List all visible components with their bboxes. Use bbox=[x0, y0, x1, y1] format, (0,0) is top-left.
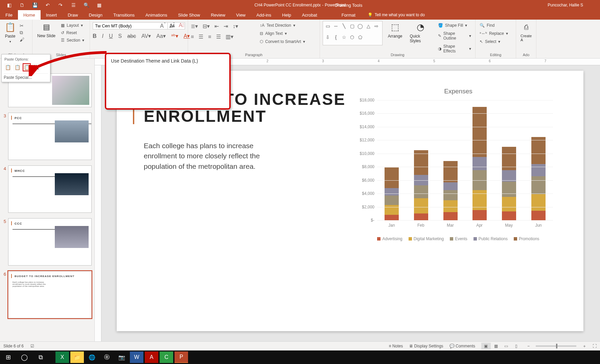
shape-callout-icon[interactable]: ⬠ bbox=[357, 34, 364, 41]
qat-slideshow-icon[interactable]: ▦ bbox=[93, 0, 106, 10]
zoom-slider[interactable] bbox=[536, 345, 576, 347]
copy-icon[interactable]: ⧉ bbox=[20, 30, 24, 36]
section-button[interactable]: ☰Section ▾ bbox=[60, 37, 86, 43]
line-spacing-button[interactable]: ↕▾ bbox=[233, 23, 238, 29]
paste-option-theme-icon[interactable]: 📋 bbox=[4, 63, 12, 71]
user-name[interactable]: Puncochar, Hallie S bbox=[548, 3, 583, 7]
indent-inc-button[interactable]: ⇥ bbox=[224, 23, 228, 29]
slide-thumb[interactable]: MHCC ▬▬▬▬▬▬▬▬▬▬▬▬▬▬▬▬▬▬▬▬▬▬▬▬▬▬▬▬▬▬▬▬▬▬▬ bbox=[8, 165, 92, 213]
align-right-button[interactable]: ≡ bbox=[208, 34, 211, 40]
clear-format-button[interactable]: A⃠ bbox=[179, 22, 184, 28]
start-button[interactable]: ⊞ bbox=[0, 350, 16, 364]
justify-button[interactable]: ☰ bbox=[216, 33, 221, 40]
text-direction-button[interactable]: ↕AText Direction ▾ bbox=[258, 22, 306, 28]
qat-undo-icon[interactable]: ↶ bbox=[41, 0, 54, 10]
font-name-input[interactable]: Tw Cen MT (Body) bbox=[93, 23, 167, 29]
tab-addins[interactable]: Add-ins bbox=[251, 10, 277, 20]
slide-thumbnails-panel[interactable]: ▬▬▬▬▬▬▬▬▬▬▬▬ 3 PCC ▬▬▬▬▬▬▬▬▬▬▬▬▬▬▬▬▬▬▬▬▬… bbox=[0, 59, 95, 341]
align-text-button[interactable]: ⊟Align Text ▾ bbox=[258, 30, 306, 37]
tab-home[interactable]: Home bbox=[18, 10, 41, 20]
qat-new-icon[interactable]: 🗋 bbox=[16, 0, 28, 10]
numbering-button[interactable]: ⊟▾ bbox=[203, 23, 210, 29]
replace-button[interactable]: ᵃ↔ᵇReplace ▾ bbox=[478, 30, 513, 37]
task-view-button[interactable]: ⧉ bbox=[32, 350, 49, 364]
underline-button[interactable]: U bbox=[109, 33, 113, 39]
tab-transitions[interactable]: Transitions bbox=[108, 10, 140, 20]
strike-button[interactable]: abc bbox=[127, 33, 136, 39]
indent-dec-button[interactable]: ⇤ bbox=[214, 23, 219, 29]
slide-canvas[interactable]: BUDGET TO INCREASE ENROLLMENT Each colle… bbox=[117, 71, 583, 331]
tab-design[interactable]: Design bbox=[84, 10, 108, 20]
notes-button[interactable]: ≡ Notes bbox=[389, 344, 403, 348]
layout-button[interactable]: ▦Layout ▾ bbox=[60, 22, 86, 28]
qat-preview-icon[interactable]: 🔍 bbox=[80, 0, 93, 10]
shape-oval-icon[interactable]: ◯ bbox=[357, 23, 364, 29]
bold-button[interactable]: B bbox=[93, 33, 97, 39]
taskbar-camera[interactable]: 📷 bbox=[115, 351, 129, 363]
paste-option-picture-icon[interactable]: 🖼 bbox=[32, 63, 40, 71]
tab-animations[interactable]: Animations bbox=[140, 10, 172, 20]
bullets-button[interactable]: ≣▾ bbox=[191, 23, 198, 29]
display-settings-button[interactable]: 🖥 Display Settings bbox=[409, 344, 443, 348]
reset-button[interactable]: ↺Reset bbox=[60, 30, 86, 36]
arrange-button[interactable]: ⬚Arrange bbox=[386, 21, 405, 39]
shape-line2-icon[interactable]: ╲ bbox=[341, 23, 347, 29]
grow-font-button[interactable]: A˄ bbox=[160, 22, 166, 29]
change-case-button[interactable]: Aa▾ bbox=[156, 33, 166, 39]
thumbnail-row[interactable]: 4 MHCC ▬▬▬▬▬▬▬▬▬▬▬▬▬▬▬▬▬▬▬▬▬▬▬▬▬▬▬▬▬▬▬▬▬… bbox=[1, 165, 92, 213]
taskbar-powerpoint[interactable]: P bbox=[175, 351, 188, 363]
zoom-in-button[interactable]: ＋ bbox=[582, 343, 586, 349]
align-left-button[interactable]: ≡ bbox=[191, 34, 194, 40]
shadow-button[interactable]: S bbox=[118, 33, 122, 39]
shape-tri-icon[interactable]: △ bbox=[365, 23, 372, 29]
shape-rect-icon[interactable]: ▭ bbox=[324, 23, 331, 29]
spell-check-icon[interactable]: ☑ bbox=[30, 344, 34, 348]
fit-to-window-button[interactable]: ⛶ bbox=[593, 344, 597, 348]
quick-styles-button[interactable]: ◔Quick Styles bbox=[408, 21, 433, 44]
shape-dn-icon[interactable]: ⇩ bbox=[324, 34, 331, 41]
select-button[interactable]: ↖Select ▾ bbox=[478, 39, 513, 45]
sorter-view-button[interactable]: ▦ bbox=[491, 343, 501, 349]
qat-redo-icon[interactable]: ↷ bbox=[54, 0, 67, 10]
paste-special-button[interactable]: Paste Special... bbox=[4, 73, 48, 80]
shapes-gallery[interactable]: ▭ ─ ╲ ▢ ◯ △ ⇨ ⇩ { ☆ ⬡ ⬠ bbox=[323, 21, 383, 45]
tab-draw[interactable]: Draw bbox=[62, 10, 83, 20]
taskbar-file-explorer[interactable]: 📁 bbox=[70, 351, 84, 363]
comments-button[interactable]: 💬 Comments bbox=[449, 344, 475, 348]
shape-rect2-icon[interactable]: ▢ bbox=[349, 23, 355, 29]
tab-insert[interactable]: Insert bbox=[41, 10, 63, 20]
tab-format[interactable]: Format bbox=[336, 10, 361, 20]
tab-slideshow[interactable]: Slide Show bbox=[172, 10, 205, 20]
shape-outline-button[interactable]: ✎Shape Outline ▾ bbox=[437, 30, 472, 41]
new-slide-button[interactable]: ▤ New Slide bbox=[35, 21, 57, 39]
tab-help[interactable]: Help bbox=[277, 10, 297, 20]
slideshow-view-button[interactable]: ▯ bbox=[512, 343, 521, 349]
italic-button[interactable]: I bbox=[102, 33, 103, 39]
align-center-button[interactable]: ☰ bbox=[199, 33, 203, 40]
thumbnail-row[interactable]: 6 BUDGET TO INCREASE ENROLLMENT Each col… bbox=[1, 271, 92, 318]
taskbar-snagit[interactable]: C bbox=[160, 351, 173, 363]
thumbnail-row[interactable]: 3 PCC ▬▬▬▬▬▬▬▬▬▬▬▬▬▬▬▬▬▬▬▬▬▬▬▬▬▬▬▬▬▬▬▬▬▬… bbox=[1, 113, 92, 160]
slide-thumb[interactable]: PCC ▬▬▬▬▬▬▬▬▬▬▬▬▬▬▬▬▬▬▬▬▬▬▬▬▬▬▬▬▬▬▬▬▬▬▬▬… bbox=[8, 113, 92, 160]
zoom-out-button[interactable]: − bbox=[527, 344, 530, 348]
shape-arrow-icon[interactable]: ⇨ bbox=[373, 23, 380, 29]
cut-icon[interactable]: ✂ bbox=[20, 23, 24, 28]
tab-review[interactable]: Review bbox=[205, 10, 231, 20]
normal-view-button[interactable]: ▣ bbox=[481, 343, 491, 349]
highlight-button[interactable]: ᵃᵇ▾ bbox=[171, 33, 178, 39]
qat-touch-icon[interactable]: ☰ bbox=[67, 0, 80, 10]
taskbar-excel[interactable]: X bbox=[55, 351, 69, 363]
shape-brace-icon[interactable]: { bbox=[332, 34, 339, 41]
char-spacing-button[interactable]: AV▾ bbox=[141, 33, 151, 39]
shape-star-icon[interactable]: ☆ bbox=[341, 34, 347, 41]
slide-thumb-selected[interactable]: BUDGET TO INCREASE ENROLLMENT Each colle… bbox=[8, 271, 92, 318]
qat-autosave-icon[interactable]: ◧ bbox=[3, 0, 16, 10]
create-pdf-button[interactable]: ⎙Create A bbox=[519, 21, 533, 43]
shape-hex-icon[interactable]: ⬡ bbox=[349, 34, 355, 41]
reading-view-button[interactable]: ▭ bbox=[502, 343, 511, 349]
taskbar-word[interactable]: W bbox=[130, 351, 143, 363]
paste-button[interactable]: 📋 Paste ▾ bbox=[3, 21, 18, 44]
columns-button[interactable]: ▥▾ bbox=[226, 33, 233, 40]
tab-file[interactable]: File bbox=[0, 10, 18, 20]
shrink-font-button[interactable]: A˅ bbox=[169, 22, 176, 29]
